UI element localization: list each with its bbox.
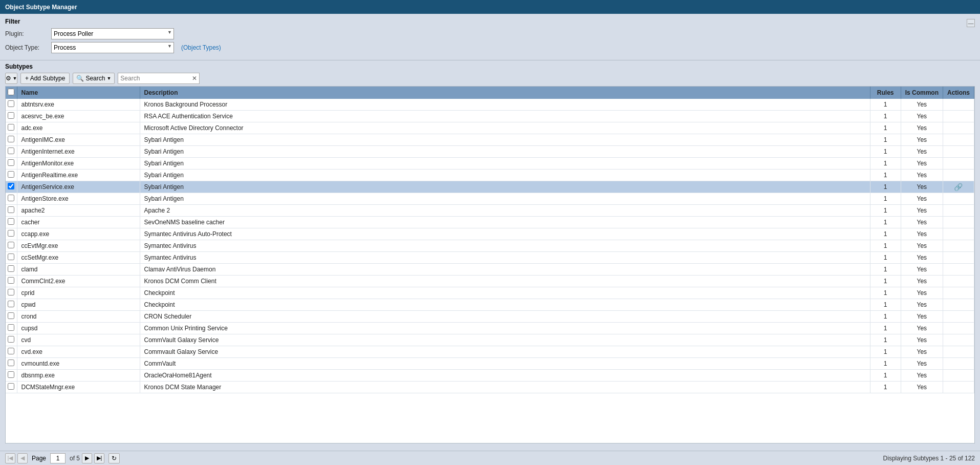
row-checkbox[interactable]: [8, 171, 14, 178]
row-rules: 1: [870, 181, 901, 193]
row-name: acesrvc_be.exe: [17, 111, 140, 122]
row-actions: [943, 346, 974, 358]
row-checkbox[interactable]: [8, 206, 14, 213]
table-row[interactable]: ccapp.exe Symantec Antivirus Auto-Protec…: [6, 228, 974, 240]
row-is-common: Yes: [901, 299, 943, 311]
search-dropdown-arrow: ▼: [106, 76, 111, 81]
row-name: dbsnmp.exe: [17, 370, 140, 382]
row-description: Checkpoint: [140, 299, 870, 311]
table-row[interactable]: clamd Clamav AntiVirus Daemon 1 Yes: [6, 264, 974, 276]
row-checkbox[interactable]: [8, 277, 14, 284]
plugin-select[interactable]: Process Poller: [51, 28, 174, 39]
table-row[interactable]: CommClnt2.exe Kronos DCM Comm Client 1 Y…: [6, 276, 974, 287]
search-dropdown-button[interactable]: 🔍 Search ▼: [73, 73, 115, 84]
row-name: AntigenStore.exe: [17, 193, 140, 205]
table-row[interactable]: cacher SevOneNMS baseline cacher 1 Yes: [6, 217, 974, 228]
row-checkbox[interactable]: [8, 112, 14, 119]
col-rules[interactable]: Rules: [870, 87, 901, 99]
row-checkbox[interactable]: [8, 336, 14, 343]
row-checkbox[interactable]: [8, 312, 14, 319]
row-checkbox[interactable]: [8, 360, 14, 366]
row-checkbox[interactable]: [8, 230, 14, 237]
row-checkbox[interactable]: [8, 100, 14, 107]
table-row[interactable]: AntigenMonitor.exe Sybari Antigen 1 Yes: [6, 158, 974, 170]
search-button-label: Search: [85, 75, 105, 82]
table-row[interactable]: abtntsrv.exe Kronos Background Processor…: [6, 99, 974, 111]
filter-collapse-button[interactable]: —: [967, 19, 975, 27]
search-input[interactable]: [118, 73, 190, 83]
row-checkbox[interactable]: [8, 195, 14, 201]
col-is-common[interactable]: Is Common: [901, 87, 943, 99]
row-actions: [943, 134, 974, 146]
object-type-label: Object Type:: [5, 44, 51, 51]
row-name: ccEvtMgr.exe: [17, 240, 140, 252]
row-checkbox[interactable]: [8, 159, 14, 166]
row-checkbox[interactable]: [8, 324, 14, 331]
select-all-checkbox[interactable]: [8, 89, 14, 95]
row-checkbox[interactable]: [8, 183, 14, 189]
table-row[interactable]: acesrvc_be.exe RSA ACE Authentication Se…: [6, 111, 974, 122]
table-row[interactable]: AntigenIMC.exe Sybari Antigen 1 Yes: [6, 134, 974, 146]
row-checkbox[interactable]: [8, 301, 14, 307]
row-checkbox-cell: [6, 311, 17, 323]
row-checkbox[interactable]: [8, 147, 14, 154]
row-actions: [943, 217, 974, 228]
filter-section: Filter — Plugin: Process Poller Object T…: [0, 14, 980, 60]
table-row[interactable]: AntigenRealtime.exe Sybari Antigen 1 Yes: [6, 170, 974, 181]
col-name[interactable]: Name: [17, 87, 140, 99]
row-checkbox[interactable]: [8, 242, 14, 248]
row-checkbox[interactable]: [8, 289, 14, 295]
row-rules: 1: [870, 276, 901, 287]
table-row[interactable]: cupsd Common Unix Printing Service 1 Yes: [6, 323, 974, 334]
subtypes-toolbar: ⚙ ▼ + Add Subtype 🔍 Search ▼ ✕: [5, 73, 975, 84]
row-checkbox[interactable]: [8, 253, 14, 260]
row-checkbox[interactable]: [8, 124, 14, 131]
row-rules: 1: [870, 134, 901, 146]
gear-button[interactable]: ⚙ ▼: [5, 73, 17, 84]
table-row[interactable]: cvmountd.exe CommVault 1 Yes: [6, 358, 974, 370]
table-row[interactable]: ccEvtMgr.exe Symantec Antivirus 1 Yes: [6, 240, 974, 252]
row-name: adc.exe: [17, 122, 140, 134]
row-checkbox[interactable]: [8, 383, 14, 390]
row-checkbox-cell: [6, 382, 17, 393]
col-actions[interactable]: Actions: [943, 87, 974, 99]
row-checkbox[interactable]: [8, 265, 14, 272]
row-description: Sybari Antigen: [140, 181, 870, 193]
row-checkbox[interactable]: [8, 348, 14, 354]
row-checkbox[interactable]: [8, 218, 14, 225]
table-row[interactable]: AntigenInternet.exe Sybari Antigen 1 Yes: [6, 146, 974, 158]
row-checkbox[interactable]: [8, 371, 14, 378]
row-description: Sybari Antigen: [140, 158, 870, 170]
row-name: cprid: [17, 287, 140, 299]
row-name: cvd.exe: [17, 346, 140, 358]
row-name: AntigenRealtime.exe: [17, 170, 140, 181]
table-row[interactable]: dbsnmp.exe OracleOraHome81Agent 1 Yes: [6, 370, 974, 382]
table-row[interactable]: apache2 Apache 2 1 Yes: [6, 205, 974, 217]
col-checkbox: [6, 87, 17, 99]
row-action-link[interactable]: 🔗: [954, 183, 963, 191]
col-description[interactable]: Description: [140, 87, 870, 99]
table-row[interactable]: adc.exe Microsoft Active Directory Conne…: [6, 122, 974, 134]
add-subtype-button[interactable]: + Add Subtype: [20, 73, 70, 84]
table-row[interactable]: AntigenService.exe Sybari Antigen 1 Yes …: [6, 181, 974, 193]
table-row[interactable]: cpwd Checkpoint 1 Yes: [6, 299, 974, 311]
row-description: CommVault Galaxy Service: [140, 334, 870, 346]
table-row[interactable]: crond CRON Scheduler 1 Yes: [6, 311, 974, 323]
search-clear-button[interactable]: ✕: [190, 74, 199, 83]
object-type-select[interactable]: Process: [51, 42, 174, 53]
table-row[interactable]: DCMStateMngr.exe Kronos DCM State Manage…: [6, 382, 974, 393]
table-row[interactable]: AntigenStore.exe Sybari Antigen 1 Yes: [6, 193, 974, 205]
table-row[interactable]: cvd.exe Commvault Galaxy Service 1 Yes: [6, 346, 974, 358]
row-rules: 1: [870, 122, 901, 134]
clear-icon: ✕: [192, 75, 197, 82]
row-actions: [943, 299, 974, 311]
row-actions: [943, 240, 974, 252]
object-types-link[interactable]: (Object Types): [181, 44, 221, 51]
table-row[interactable]: cvd CommVault Galaxy Service 1 Yes: [6, 334, 974, 346]
table-row[interactable]: ccSetMgr.exe Symantec Antivirus 1 Yes: [6, 252, 974, 264]
row-name: AntigenService.exe: [17, 181, 140, 193]
row-checkbox[interactable]: [8, 136, 14, 142]
row-description: Kronos Background Processor: [140, 99, 870, 111]
subtypes-section: Subtypes ⚙ ▼ + Add Subtype 🔍 Search ▼ ✕: [0, 60, 980, 445]
table-row[interactable]: cprid Checkpoint 1 Yes: [6, 287, 974, 299]
